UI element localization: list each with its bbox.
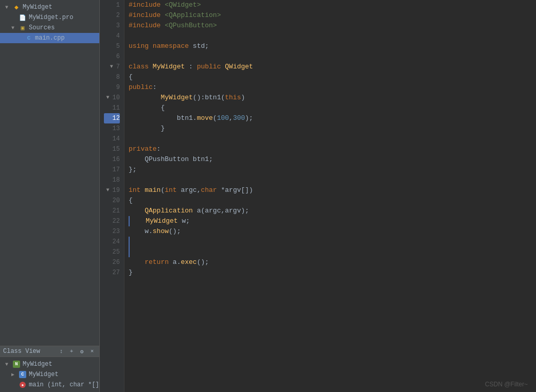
code-line-2: #include <QApplication> [129,10,536,21]
tree-pro-file[interactable]: 📄 MyWidget.pro [0,12,99,23]
header-3: <QPushButton> [165,21,217,31]
class-view-add-btn[interactable]: + [67,347,76,355]
class-tree-class[interactable]: ▶ C MyWidget [0,369,99,380]
ln-9: 9 [104,82,120,93]
code-line-9: public : [129,82,536,93]
ln-7: ▼7 [104,62,120,72]
code-line-19: int main ( int argc, char *argv[]) [129,185,536,195]
code-line-26: return a. exec (); [129,257,536,268]
kw-std: std [193,41,205,51]
fold-10: ▼ [104,93,110,103]
fold-7: ▼ [108,62,113,72]
project-label: MyWidget [23,4,52,11]
code-line-11: { [129,103,536,113]
header-2: <QApplication> [165,10,221,21]
code-line-14 [129,134,536,144]
code-line-25 [129,247,536,257]
constructor-10: MyWidget [160,93,192,103]
tree-project-root[interactable]: ▼ ◆ MyWidget [0,2,99,12]
method-exec-26: exec [181,257,196,268]
kw-include-2: #include [129,10,160,21]
ln-21: 21 [104,206,120,216]
ln-27: 27 [104,268,120,278]
code-line-23: w. show (); [129,226,536,237]
code-line-4 [129,31,536,41]
num-100: 100 [217,113,229,123]
class-item-label: MyWidget [29,371,59,378]
sources-arrow: ▼ [11,25,19,31]
ln-14: 14 [104,134,120,144]
code-line-21: QApplication a(argc,argv); [129,206,536,216]
class-view-panel: Class View ↕ + ⚙ × ▼ N MyWidget ▶ C MyWi… [0,346,99,392]
ln-17: 17 [104,165,120,175]
code-line-13: } [129,123,536,134]
ln-13: 13 [104,123,120,134]
ln-10: ▼10 [104,93,120,103]
line-numbers: 1 2 3 4 5 6 ▼7 8 9 ▼10 11 12 13 14 15 16… [100,0,124,392]
tree-main-cpp[interactable]: C main.cpp [0,33,99,43]
class-view-sort-btn[interactable]: ↕ [57,347,65,355]
header-1: <QWidget> [165,0,201,10]
kw-public-9: public [129,82,153,93]
ln-20: 20 [104,195,120,206]
ln-1: 1 [104,0,120,10]
class-view-close-btn[interactable]: × [88,347,96,355]
class-root-arrow: ▼ [5,362,12,367]
ln-15: 15 [104,144,120,154]
class-tree: ▼ N MyWidget ▶ C MyWidget ● main (int, c… [0,357,99,392]
code-area[interactable]: #include <QWidget> #include <QApplicatio… [124,0,536,392]
kw-int-19: int [129,185,140,195]
class-tree-root[interactable]: ▼ N MyWidget [0,359,99,369]
method-label: main (int, char *[]) [29,381,99,388]
class-view-label: Class View [3,348,55,355]
ln-3: 3 [104,21,120,31]
code-line-18 [129,175,536,185]
code-line-8: { [129,72,536,82]
kw-return-26: return [145,257,169,268]
project-arrow: ▼ [5,5,12,10]
ln-2: 2 [104,10,120,21]
class-view-header: Class View ↕ + ⚙ × [0,346,99,357]
kw-include-3: #include [129,21,160,31]
code-line-12: btn1. move ( 100 , 300 ); [129,113,536,123]
kw-this-10: this [225,93,241,103]
num-300: 300 [233,113,245,123]
kw-namespace: namespace [153,41,189,51]
namespace-icon: N [12,360,21,368]
code-line-15: private : [129,144,536,154]
ln-4: 4 [104,31,120,41]
ln-22: 22 [104,216,120,226]
code-line-24 [129,237,536,247]
method-move-12: move [197,113,213,123]
code-line-27: } [129,268,536,278]
code-container: 1 2 3 4 5 6 ▼7 8 9 ▼10 11 12 13 14 15 16… [100,0,536,392]
fold-19: ▼ [104,185,110,195]
class-item-arrow: ▶ [11,371,19,378]
class-view-config-btn[interactable]: ⚙ [78,347,86,355]
code-line-1: #include <QWidget> [129,0,536,10]
sources-folder-icon: ▣ [19,24,27,32]
kw-qapp-21: QApplication [145,206,193,216]
ln-11: 11 [104,103,120,113]
project-tree: ▼ ◆ MyWidget 📄 MyWidget.pro ▼ ▣ Sources … [0,0,99,346]
left-panel: ▼ ◆ MyWidget 📄 MyWidget.pro ▼ ▣ Sources … [0,0,100,392]
method-show-23: show [153,226,169,237]
tree-sources-folder[interactable]: ▼ ▣ Sources [0,23,99,33]
ln-6: 6 [104,51,120,62]
class-tree-method[interactable]: ● main (int, char *[]) [0,380,99,390]
project-icon: ◆ [12,3,21,11]
kw-widget-22: MyWidget [146,216,177,226]
ln-25: 25 [104,247,120,257]
qwidget-7: QWidget [225,62,253,72]
kw-class-7: class [129,62,149,72]
ln-5: 5 [104,41,120,51]
method-icon: ● [19,381,27,389]
code-line-22: MyWidget w; [129,216,536,226]
code-line-3: #include <QPushButton> [129,21,536,31]
code-line-17: }; [129,165,536,175]
ln-19: ▼19 [104,185,120,195]
code-line-5: using namespace std ; [129,41,536,51]
kw-using: using [129,41,149,51]
pro-file-label: MyWidget.pro [29,14,73,21]
kw-int-argc: int [165,185,176,195]
